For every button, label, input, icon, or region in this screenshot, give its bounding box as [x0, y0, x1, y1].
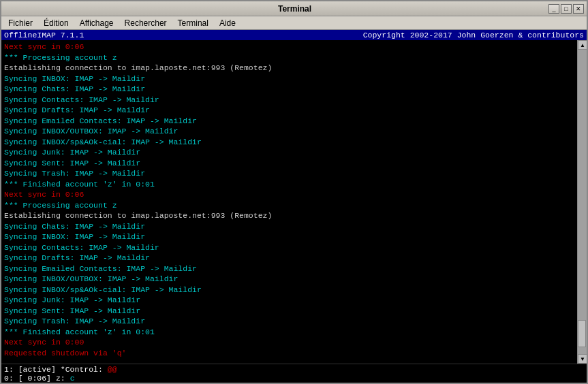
terminal-line: Syncing Emailed Contacts: IMAP -> Maildi… [4, 116, 584, 127]
terminal-content-wrapper: Next sync in 0:06*** Processing account … [1, 40, 587, 364]
terminal-line: *** Finished account 'z' in 0:01 [4, 327, 584, 338]
offlineimap-version: OfflineIMAP 7.1.1 [4, 31, 84, 39]
terminal-line: Syncing Junk: IMAP -> Maildir [4, 147, 584, 158]
terminal-line: Syncing Drafts: IMAP -> Maildir [4, 253, 584, 263]
status-z-char: c [70, 374, 75, 383]
scroll-down-button[interactable]: ▼ [578, 354, 587, 364]
terminal-line: Syncing INBOX: IMAP -> Maildir [4, 74, 584, 84]
status-bar: 1: [active] *Control: @@ 0: [ 0:06] z: c [1, 364, 587, 383]
terminal-line: Syncing Chats: IMAP -> Maildir [4, 221, 584, 232]
terminal-line: Next sync in 0:06 [4, 189, 584, 200]
status-control-char: @@ [108, 365, 117, 374]
scroll-up-button[interactable]: ▲ [578, 40, 587, 50]
status-line2-prefix: 0: [ 0:06] z: [4, 374, 70, 383]
terminal-line: Next sync in 0:00 [4, 337, 584, 348]
terminal-area: OfflineIMAP 7.1.1 Copyright 2002-2017 Jo… [1, 30, 587, 383]
terminal-line: Syncing INBOX/OUTBOX: IMAP -> Maildir [4, 274, 584, 285]
terminal-line: Establishing connection to imap.laposte.… [4, 210, 584, 221]
scrollbar[interactable]: ▲ ▼ [577, 40, 587, 364]
copyright-text: Copyright 2002-2017 John Goerzen & contr… [363, 31, 584, 39]
terminal-line: Syncing INBOX/sp&AOk-cial: IMAP -> Maild… [4, 285, 584, 295]
menu-aide[interactable]: Aide [214, 17, 241, 29]
title-bar: Terminal _ □ ✕ [1, 1, 587, 16]
terminal-line: Requested shutdown via 'q' [4, 348, 584, 359]
terminal-line: Syncing Emailed Contacts: IMAP -> Maildi… [4, 263, 584, 274]
terminal-line: *** Processing account z [4, 200, 584, 211]
maximize-button[interactable]: □ [561, 4, 572, 14]
menu-terminal[interactable]: Terminal [172, 17, 214, 29]
terminal-window: Terminal _ □ ✕ Fichier Édition Affichage… [0, 0, 588, 384]
menu-fichier[interactable]: Fichier [3, 17, 38, 29]
terminal-line: Establishing connection to imap.laposte.… [4, 63, 584, 74]
status-line-1: 1: [active] *Control: @@ [4, 365, 117, 374]
terminal-line: *** Finished account 'z' in 0:01 [4, 179, 584, 190]
window-title: Terminal [41, 4, 548, 14]
menu-bar: Fichier Édition Affichage Rechercher Ter… [1, 16, 587, 30]
menu-edition[interactable]: Édition [38, 17, 74, 29]
terminal-line: Syncing Sent: IMAP -> Maildir [4, 158, 584, 169]
terminal-line: Syncing INBOX/OUTBOX: IMAP -> Maildir [4, 126, 584, 137]
terminal-header: OfflineIMAP 7.1.1 Copyright 2002-2017 Jo… [1, 30, 587, 40]
terminal-line: Syncing Chats: IMAP -> Maildir [4, 84, 584, 95]
terminal-line: Syncing Trash: IMAP -> Maildir [4, 168, 584, 179]
status-line-2: 0: [ 0:06] z: c [4, 374, 117, 383]
terminal-line: Syncing Contacts: IMAP -> Maildir [4, 242, 584, 253]
terminal-line: Syncing Contacts: IMAP -> Maildir [4, 95, 584, 106]
terminal-line: Syncing INBOX: IMAP -> Maildir [4, 231, 584, 242]
close-button[interactable]: ✕ [573, 4, 584, 14]
menu-rechercher[interactable]: Rechercher [119, 17, 172, 29]
status-line1-prefix: 1: [active] *Control: [4, 365, 108, 374]
terminal-line: *** Processing account z [4, 52, 584, 63]
minimize-button[interactable]: _ [548, 4, 559, 14]
menu-affichage[interactable]: Affichage [74, 17, 119, 29]
terminal-line: Next sync in 0:06 [4, 42, 584, 52]
terminal-line: Syncing INBOX/sp&AOk-cial: IMAP -> Maild… [4, 137, 584, 148]
scroll-track[interactable] [578, 50, 587, 354]
terminal-line: Syncing Junk: IMAP -> Maildir [4, 295, 584, 306]
terminal-line: Syncing Trash: IMAP -> Maildir [4, 316, 584, 327]
window-controls: _ □ ✕ [548, 4, 584, 14]
scroll-thumb[interactable] [578, 320, 586, 347]
terminal-output[interactable]: Next sync in 0:06*** Processing account … [1, 40, 587, 364]
terminal-line: Syncing Sent: IMAP -> Maildir [4, 306, 584, 317]
terminal-line: Syncing Drafts: IMAP -> Maildir [4, 105, 584, 116]
